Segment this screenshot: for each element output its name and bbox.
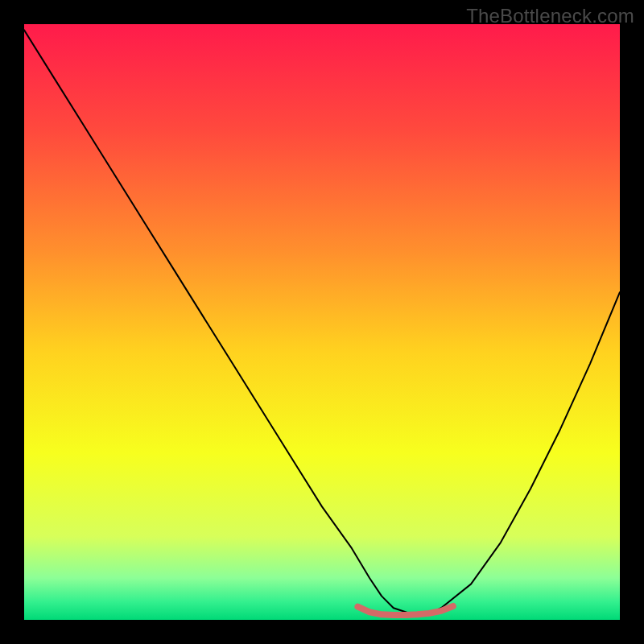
gradient-background	[24, 24, 620, 620]
watermark-text: TheBottleneck.com	[466, 5, 634, 27]
bottleneck-chart	[24, 24, 620, 620]
chart-frame: TheBottleneck.com	[0, 0, 644, 644]
plot-area	[24, 24, 620, 620]
